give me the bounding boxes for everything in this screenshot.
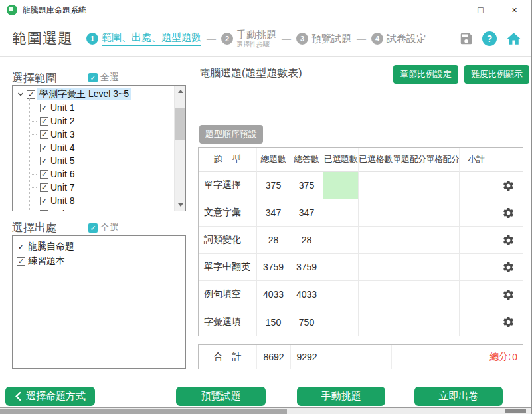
close-button[interactable]: × — [497, 0, 531, 20]
unit-checkbox[interactable] — [40, 197, 48, 205]
per-question-score-cell[interactable] — [393, 308, 426, 336]
selected-questions-cell[interactable] — [323, 254, 359, 281]
source-item[interactable]: 練習題本 — [17, 254, 181, 268]
per-question-score-cell[interactable] — [393, 281, 426, 308]
per-blank-score-cell[interactable] — [426, 281, 460, 308]
tree-root-item[interactable]: 學測字彙王 Level 3~5 — [17, 88, 174, 101]
selected-questions-cell[interactable] — [323, 308, 359, 336]
total-answers-cell: 750 — [290, 308, 323, 336]
per-blank-score-cell[interactable] — [426, 308, 460, 336]
step-1-range[interactable]: 1 範圍、出處、題型題數 — [86, 31, 201, 46]
row-settings-button[interactable] — [493, 308, 523, 336]
row-settings-button[interactable] — [493, 281, 523, 308]
tree-unit-item[interactable]: Unit 7 — [39, 181, 174, 194]
row-settings-button[interactable] — [493, 199, 523, 227]
step-3-number-badge: 3 — [296, 33, 308, 45]
unit-checkbox[interactable] — [40, 210, 48, 211]
unit-label: Unit 6 — [50, 169, 75, 179]
per-question-score-cell[interactable] — [393, 199, 426, 227]
generate-paper-button[interactable]: 立即出卷 — [414, 387, 503, 406]
per-question-score-cell[interactable] — [393, 254, 426, 281]
source-list: 龍騰自命題 練習題本 — [12, 235, 186, 369]
per-question-score-cell[interactable] — [393, 172, 426, 199]
selected-blanks-cell[interactable] — [359, 172, 393, 199]
minimize-button[interactable]: — — [430, 0, 464, 20]
triangle-up-icon — [178, 90, 183, 93]
step-2-manual-pick[interactable]: 2 手動挑題 選擇性步驟 — [221, 29, 276, 48]
page-title: 範圍選題 — [12, 29, 73, 49]
question-order-badge[interactable]: 題型順序預設 — [199, 125, 263, 144]
total-questions-cell: 28 — [257, 227, 290, 254]
selected-blanks-cell[interactable] — [359, 199, 393, 227]
source-item[interactable]: 龍騰自命題 — [17, 239, 181, 254]
per-blank-score-cell[interactable] — [426, 227, 460, 254]
unit-checkbox[interactable] — [40, 144, 48, 152]
per-question-score-cell[interactable] — [393, 227, 426, 254]
row-settings-button[interactable] — [493, 227, 523, 254]
total-questions-cell: 3759 — [257, 254, 290, 281]
tree-unit-item[interactable]: Unit 6 — [39, 167, 174, 181]
help-button[interactable]: ? — [482, 31, 497, 46]
source-checkbox[interactable] — [17, 243, 25, 251]
app-logo-icon — [7, 5, 17, 15]
scrollbar-down-button[interactable] — [175, 199, 186, 211]
total-questions-cell: 150 — [257, 308, 290, 336]
app-title: 龍騰題庫命題系統 — [23, 0, 86, 20]
difficulty-ratio-button[interactable]: 難度比例顯示 — [464, 65, 529, 84]
tree-unit-item[interactable]: Unit 4 — [39, 141, 174, 154]
unit-checkbox[interactable] — [40, 183, 48, 192]
step-3-preview[interactable]: 3 預覽試題 — [296, 33, 351, 45]
tree-unit-item[interactable]: Unit 1 — [39, 101, 174, 114]
tree-unit-item[interactable]: Unit 2 — [39, 114, 174, 128]
unit-label: Unit 7 — [50, 182, 75, 193]
tree-unit-item[interactable]: Unit 8 — [39, 194, 174, 207]
footer-empty-cell — [426, 345, 460, 369]
step-separator: — — [207, 33, 216, 44]
scrollbar-thumb[interactable] — [175, 108, 185, 140]
unit-checkbox[interactable] — [40, 170, 48, 179]
unit-checkbox[interactable] — [40, 104, 48, 112]
unit-checkbox[interactable] — [40, 157, 48, 165]
per-blank-score-cell[interactable] — [426, 254, 460, 281]
manual-pick-button[interactable]: 手動挑題 — [297, 387, 385, 406]
maximize-button[interactable]: □ — [464, 0, 497, 20]
preview-questions-button[interactable]: 預覽試題 — [176, 387, 266, 406]
unit-checkbox[interactable] — [40, 130, 48, 139]
tree-unit-item[interactable]: Unit 5 — [39, 154, 174, 167]
selected-blanks-cell[interactable] — [359, 308, 393, 336]
source-checkbox[interactable] — [17, 257, 25, 266]
selected-questions-cell[interactable] — [323, 281, 359, 308]
selected-questions-cell[interactable] — [323, 172, 359, 199]
tree-unit-item[interactable]: Unit 3 — [39, 128, 174, 141]
unit-checkbox[interactable] — [40, 117, 48, 126]
step-4-paper-settings[interactable]: 4 試卷設定 — [371, 33, 426, 45]
per-blank-score-cell[interactable] — [426, 172, 460, 199]
col-header-total-questions: 總題數 — [257, 148, 290, 172]
question-type-cell: 文意字彙 — [199, 199, 257, 227]
row-settings-button[interactable] — [493, 254, 523, 281]
back-button[interactable]: 選擇命題方式 — [5, 387, 95, 406]
col-header-per-question-score: 單題配分 — [393, 148, 426, 172]
tree-root-label[interactable]: 學測字彙王 Level 3~5 — [37, 88, 131, 100]
scrollbar-up-button[interactable] — [175, 86, 186, 97]
selected-blanks-cell[interactable] — [359, 281, 393, 308]
save-button[interactable] — [459, 31, 474, 46]
selected-blanks-cell[interactable] — [359, 227, 393, 254]
tree-root-checkbox[interactable] — [27, 90, 35, 99]
row-settings-button[interactable] — [493, 172, 523, 199]
table-row: 單字中翻英 3759 3759 — [199, 254, 523, 281]
col-header-per-blank-score: 單格配分 — [426, 148, 460, 172]
step-separator: — — [357, 33, 366, 44]
selected-questions-cell[interactable] — [323, 199, 359, 227]
home-button[interactable] — [505, 31, 522, 47]
range-select-all[interactable]: 全選 — [88, 72, 119, 84]
per-blank-score-cell[interactable] — [426, 199, 460, 227]
question-type-cell: 例句填空 — [199, 281, 257, 308]
selected-blanks-cell[interactable] — [359, 254, 393, 281]
tree-scrollbar[interactable] — [174, 86, 185, 211]
chapter-ratio-button[interactable]: 章節比例設定 — [393, 65, 458, 84]
chevron-down-icon[interactable] — [17, 90, 25, 98]
selected-questions-cell[interactable] — [323, 227, 359, 254]
source-select-all[interactable]: 全選 — [88, 222, 119, 234]
tree-unit-item[interactable]: Unit 9 — [39, 207, 174, 211]
